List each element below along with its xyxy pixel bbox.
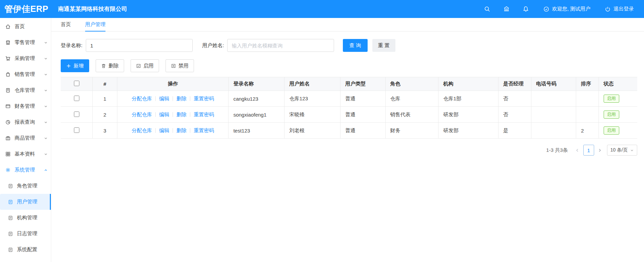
col-org: 机构 — [438, 77, 498, 91]
main-area: 首页 用户管理 登录名称: 用户姓名: 查 询 重 置 新增 — [51, 18, 644, 262]
sidebar-item-home[interactable]: 首页 — [0, 19, 51, 35]
edit-link[interactable]: 编辑 — [159, 96, 169, 102]
disable-button-label: 禁用 — [178, 63, 189, 69]
cell-is-manager: 否 — [498, 107, 531, 123]
delete-link[interactable]: 删除 — [176, 127, 187, 134]
user-name-input[interactable] — [227, 39, 334, 52]
bank-icon[interactable] — [503, 6, 510, 12]
sidebar-item-finance[interactable]: 财务管理 — [0, 98, 51, 114]
table-row: 2 分配仓库 编辑 删除 重置密码 songxiaofeng1 宋晓锋 普通 销… — [61, 107, 637, 123]
cell-is-manager: 是 — [498, 123, 531, 139]
cell-is-manager: 否 — [498, 91, 531, 107]
sidebar-subitem-label: 日志管理 — [17, 230, 51, 237]
table-row: 1 分配仓库 编辑 删除 重置密码 cangku123 仓库123 普通 仓库 … — [61, 91, 637, 107]
logout-text: 退出登录 — [613, 6, 634, 12]
home-icon — [5, 24, 11, 29]
sidebar-item-reports[interactable]: 报表查询 — [0, 114, 51, 130]
sidebar-subitem-roles[interactable]: 角色管理 — [0, 178, 51, 194]
check-square-icon — [136, 63, 141, 68]
content: 登录名称: 用户姓名: 查 询 重 置 新增 删除 — [51, 32, 644, 156]
sidebar-item-label: 商品管理 — [15, 135, 44, 141]
edit-link[interactable]: 编辑 — [159, 112, 169, 118]
divider — [155, 128, 156, 133]
divider — [173, 112, 173, 117]
page-size-value: 10 条/页 — [610, 147, 628, 153]
page-size-select[interactable]: 10 条/页 — [607, 145, 637, 156]
row-checkbox[interactable] — [74, 96, 79, 101]
delete-button[interactable]: 删除 — [96, 59, 124, 72]
table-row: 3 分配仓库 编辑 删除 重置密码 test123 刘老根 普通 财务 研发部 … — [61, 123, 637, 139]
edit-link[interactable]: 编辑 — [159, 127, 169, 134]
bell-icon[interactable] — [523, 6, 529, 12]
assign-warehouse-link[interactable]: 分配仓库 — [132, 112, 152, 118]
delete-link[interactable]: 删除 — [176, 112, 187, 118]
cell-user-name: 刘老根 — [285, 123, 340, 139]
enable-button[interactable]: 启用 — [131, 59, 159, 72]
sidebar-item-warehouse[interactable]: 仓库管理 — [0, 82, 51, 98]
tab-bar: 首页 用户管理 — [51, 18, 644, 32]
pagination-prev-button[interactable] — [573, 145, 582, 156]
sidebar-item-basic-data[interactable]: 基本资料 — [0, 146, 51, 162]
reset-password-link[interactable]: 重置密码 — [194, 127, 214, 134]
cell-user-type: 普通 — [340, 123, 385, 139]
sidebar: 首页 零售管理 采购管理 销售管理 仓库管理 财务管理 — [0, 18, 51, 262]
sidebar-subitem-users[interactable]: 用户管理 — [0, 194, 51, 210]
divider — [190, 96, 190, 101]
search-icon[interactable] — [484, 6, 490, 12]
login-name-label: 登录名称: — [61, 42, 82, 49]
sidebar-subitem-label: 系统配置 — [17, 246, 51, 253]
sidebar-item-products[interactable]: 商品管理 — [0, 130, 51, 146]
reset-button[interactable]: 重 置 — [372, 39, 395, 52]
chevron-down-icon — [630, 148, 634, 152]
delete-button-label: 删除 — [109, 63, 119, 69]
sidebar-subitem-organizations[interactable]: 机构管理 — [0, 210, 51, 226]
cell-org: 研发部 — [438, 123, 498, 139]
divider — [173, 128, 173, 133]
disable-button[interactable]: 禁用 — [165, 59, 194, 72]
select-all-checkbox[interactable] — [74, 81, 79, 86]
pagination-page-1[interactable]: 1 — [583, 145, 594, 156]
top-bar: 管伊佳ERP 南通某某网络科技有限公司 欢迎您, 测试用户 退出登录 — [0, 0, 644, 18]
user-name-label: 用户姓名: — [202, 42, 224, 49]
sidebar-item-purchase[interactable]: 采购管理 — [0, 51, 51, 66]
cell-org: 仓库1部 — [438, 91, 498, 107]
chevron-down-icon — [44, 152, 48, 156]
col-status: 状态 — [599, 77, 637, 91]
delete-link[interactable]: 删除 — [176, 96, 187, 102]
cell-sort — [576, 107, 599, 123]
sales-bag-icon — [5, 72, 11, 77]
cell-org: 研发部 — [438, 107, 498, 123]
tab-home[interactable]: 首页 — [61, 18, 71, 31]
add-button[interactable]: 新增 — [61, 59, 89, 72]
sidebar-item-system[interactable]: 系统管理 — [0, 162, 51, 178]
sidebar-subitem-label: 用户管理 — [17, 199, 50, 205]
reset-password-link[interactable]: 重置密码 — [194, 96, 214, 102]
status-badge[interactable]: 启用 — [604, 110, 619, 119]
chevron-down-icon — [44, 41, 48, 45]
welcome-user[interactable]: 欢迎您, 测试用户 — [543, 6, 590, 12]
login-name-input[interactable] — [86, 39, 193, 52]
sidebar-item-label: 系统管理 — [15, 167, 44, 173]
sidebar-item-sales[interactable]: 销售管理 — [0, 66, 51, 82]
search-button[interactable]: 查 询 — [343, 39, 367, 52]
assign-warehouse-link[interactable]: 分配仓库 — [132, 96, 152, 102]
sidebar-subitem-label: 机构管理 — [17, 215, 51, 221]
sidebar-subitem-system-config[interactable]: 系统配置 — [0, 242, 51, 258]
cell-login-name: test123 — [229, 123, 285, 139]
row-checkbox[interactable] — [74, 127, 79, 133]
chevron-down-icon — [44, 57, 48, 61]
col-is-manager: 是否经理 — [498, 77, 531, 91]
assign-warehouse-link[interactable]: 分配仓库 — [132, 127, 152, 134]
status-badge[interactable]: 启用 — [604, 95, 619, 103]
logout-button[interactable]: 退出登录 — [605, 6, 634, 12]
sidebar-subitem-logs[interactable]: 日志管理 — [0, 226, 51, 242]
sidebar-item-retail[interactable]: 零售管理 — [0, 35, 51, 51]
col-user-name: 用户姓名 — [285, 77, 340, 91]
row-checkbox[interactable] — [74, 112, 79, 117]
status-badge[interactable]: 启用 — [604, 126, 619, 135]
tab-user-management[interactable]: 用户管理 — [85, 18, 105, 31]
pagination-next-button[interactable] — [596, 145, 604, 156]
reset-password-link[interactable]: 重置密码 — [194, 112, 214, 118]
divider — [155, 96, 156, 101]
gear-icon — [5, 167, 11, 173]
